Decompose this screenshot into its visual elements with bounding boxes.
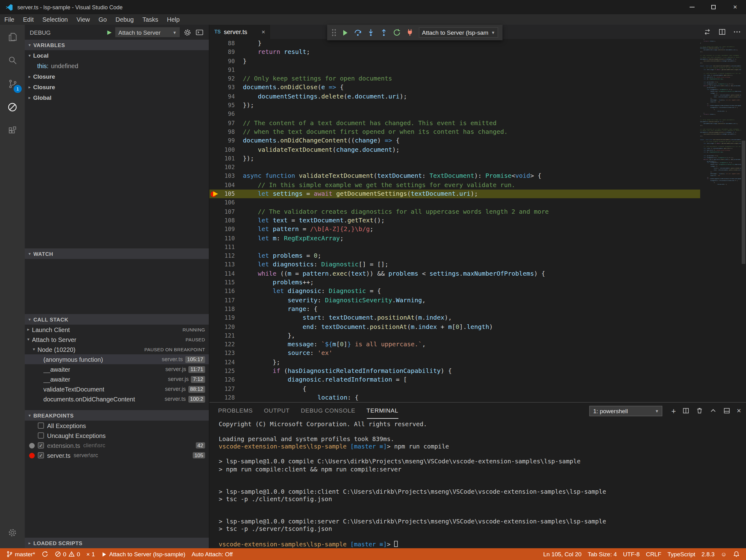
variable-scope-row[interactable]: ▸Global (25, 92, 209, 103)
panel-tab-output[interactable]: OUTPUT (264, 403, 290, 419)
code-line[interactable]: 123 source: 'ex' (209, 349, 700, 358)
breakpoint-row[interactable]: Uncaught Exceptions (25, 431, 209, 440)
explorer-icon[interactable] (0, 25, 25, 48)
code-line[interactable]: 122 message: `${m[0]} is all uppercase.`… (209, 340, 700, 349)
minimize-button[interactable] (681, 0, 702, 14)
step-into-button[interactable] (367, 29, 375, 36)
code-line[interactable]: 118 range: { (209, 305, 700, 314)
debug-icon[interactable] (0, 95, 25, 119)
menu-item-go[interactable]: Go (94, 14, 111, 25)
callstack-row[interactable]: ▾Node (10220)PAUSED ON BREAKPOINT (25, 345, 209, 354)
menu-item-selection[interactable]: Selection (38, 14, 72, 25)
menu-item-tasks[interactable]: Tasks (138, 14, 163, 25)
problems-status[interactable]: 0 0 (51, 548, 83, 560)
debug-session-dropdown[interactable]: Attach to Server (lsp-sam ▼ (419, 27, 498, 38)
more-actions-icon[interactable] (733, 28, 741, 36)
code-line[interactable]: 108 let text = textDocument.getText(); (209, 216, 700, 225)
code-line[interactable]: 106 (209, 199, 700, 208)
code-line[interactable]: 121 }, (209, 331, 700, 341)
panel-tab-debug-console[interactable]: DEBUG CONSOLE (301, 403, 355, 419)
close-count-status[interactable]: × 1 (83, 548, 98, 560)
code-line[interactable]: 117 severity: DiagnosticSeverity.Warning… (209, 296, 700, 305)
close-panel-icon[interactable]: × (737, 407, 741, 414)
variable-scope-row[interactable]: ▸Closure (25, 71, 209, 82)
code-line[interactable]: 89 return result; (209, 48, 700, 57)
code-line[interactable]: 90} (209, 57, 700, 66)
maximize-button[interactable] (702, 0, 724, 14)
sync-status[interactable] (38, 548, 51, 560)
callstack-row[interactable]: ▸Launch ClientRUNNING (25, 325, 209, 334)
code-line[interactable]: 124 }; (209, 358, 700, 367)
editor-scrollbar[interactable] (741, 39, 746, 402)
settings-gear-icon[interactable] (0, 521, 25, 544)
extensions-icon[interactable] (0, 119, 25, 143)
debug-console-icon[interactable] (195, 28, 204, 36)
variable-scope-row[interactable]: ▸Closure (25, 82, 209, 92)
typescript-version-status[interactable]: 2.8.3 (698, 548, 717, 560)
menu-item-view[interactable]: View (72, 14, 94, 25)
search-icon[interactable] (0, 48, 25, 72)
variable-scope-row[interactable]: ▾Local (25, 50, 209, 61)
menu-item-help[interactable]: Help (163, 14, 184, 25)
callstack-section-header[interactable]: ▾ CALL STACK (25, 314, 209, 325)
scrollbar-thumb[interactable] (742, 141, 745, 264)
git-branch-status[interactable]: master* (3, 548, 38, 560)
code-line[interactable]: 126 diagnosic.relatedInformation = [ (209, 376, 700, 385)
new-terminal-icon[interactable]: + (671, 407, 676, 415)
code-line[interactable]: 91 (209, 66, 700, 75)
code-line[interactable]: 115 problems++; (209, 278, 700, 287)
code-line[interactable]: 104 // In this simple example we get the… (209, 181, 700, 190)
continue-button[interactable] (341, 29, 349, 36)
callstack-row[interactable]: ▾Attach to ServerPAUSED (25, 334, 209, 345)
minimap[interactable]: } return result;}// Only keep settings f… (700, 39, 741, 402)
source-control-icon[interactable]: 1 (0, 72, 25, 95)
code-line[interactable]: 88 } (209, 39, 700, 48)
callstack-row[interactable]: documents.onDidChangeContentserver.ts100… (25, 394, 209, 404)
code-line[interactable]: 101}); (209, 154, 700, 163)
disconnect-button[interactable] (406, 29, 414, 36)
code-line[interactable]: 97// The content of a text document has … (209, 119, 700, 128)
breakpoint-row[interactable]: All Exceptions (25, 421, 209, 431)
code-line[interactable]: 103async function validateTextDocument(t… (209, 172, 700, 181)
code-line[interactable]: 92// Only keep settings for open documen… (209, 74, 700, 83)
menu-item-edit[interactable]: Edit (19, 14, 38, 25)
split-terminal-icon[interactable] (682, 407, 690, 414)
code-line[interactable]: 102 (209, 163, 700, 172)
callstack-row[interactable]: validateTextDocumentserver.js88:12 (25, 384, 209, 394)
breakpoint-checkbox[interactable]: ✓ (38, 442, 44, 448)
debug-settings-gear-icon[interactable] (183, 28, 192, 36)
terminal-output[interactable]: Copyright (C) Microsoft Corporation. All… (209, 419, 746, 548)
terminal-instance-dropdown[interactable]: 1: powershell ▼ (590, 406, 663, 416)
code-line[interactable]: 114 while ((m = pattern.exec(text)) && p… (209, 269, 700, 278)
code-line[interactable]: 93documents.onDidClose(e => { (209, 83, 700, 92)
menu-item-debug[interactable]: Debug (111, 14, 138, 25)
code-line[interactable]: 109 let pattern = /\b[A-Z]{2,}\b/g; (209, 225, 700, 234)
code-line[interactable]: 120 end: textDocument.positionAt(m.index… (209, 322, 700, 331)
restart-button[interactable] (393, 29, 401, 36)
encoding-status[interactable]: UTF-8 (620, 548, 643, 560)
open-changes-icon[interactable] (703, 28, 711, 36)
breakpoints-section-header[interactable]: ▾ BREAKPOINTS (25, 410, 209, 421)
code-line[interactable]: 98// when the text document first opened… (209, 128, 700, 137)
panel-tab-terminal[interactable]: TERMINAL (367, 403, 398, 419)
tab-close-icon[interactable]: × (261, 29, 265, 35)
callstack-row[interactable]: __awaiterserver.js7:12 (25, 374, 209, 384)
close-button[interactable]: × (724, 0, 746, 14)
kill-terminal-trash-icon[interactable] (696, 407, 703, 414)
code-line[interactable]: 99documents.onDidChangeContent((change) … (209, 137, 700, 146)
step-over-button[interactable] (354, 29, 362, 36)
menu-item-file[interactable]: File (0, 14, 19, 25)
start-debugging-icon[interactable]: ▶ (107, 29, 112, 35)
callstack-row[interactable]: __awaiterserver.js11:71 (25, 364, 209, 374)
loaded-scripts-section-header[interactable]: ▸ LOADED SCRIPTS (25, 538, 209, 548)
code-editor[interactable]: 88 }89 return result;90}9192// Only keep… (209, 39, 746, 402)
code-line[interactable]: 95}); (209, 101, 700, 110)
tab-server-ts[interactable]: TS server.ts × (209, 25, 270, 39)
callstack-row[interactable]: (anonymous function)server.ts105:17 (25, 354, 209, 364)
code-line[interactable]: 107 // The validator creates diagnostics… (209, 207, 700, 216)
code-line[interactable]: 119 start: textDocument.positionAt(m.ind… (209, 314, 700, 322)
code-line[interactable]: 116 let diagnosic: Diagnostic = { (209, 287, 700, 296)
code-line[interactable]: 113 let diagnostics: Diagnostic[] = []; (209, 261, 700, 269)
step-out-button[interactable] (380, 29, 388, 36)
breakpoint-row[interactable]: ✓server.tsserver\src105 (25, 450, 209, 460)
